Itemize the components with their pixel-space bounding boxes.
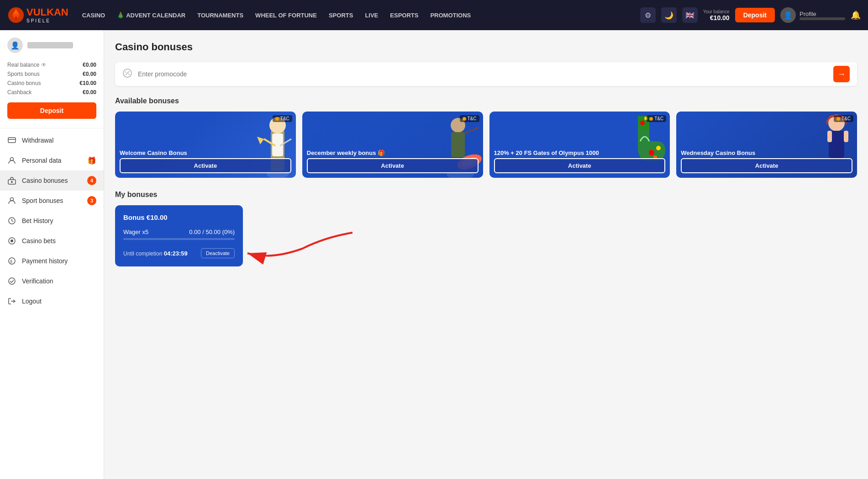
bet-history-label: Bet History — [22, 217, 96, 224]
advent-icon: 🎄 — [117, 12, 124, 19]
sport-bonuses-badge: 3 — [87, 196, 96, 205]
sidebar-item-verification[interactable]: Verification — [0, 271, 104, 291]
notification-icon[interactable]: 🔔 — [851, 10, 861, 20]
profile-block[interactable]: 👤 Profile — [780, 7, 845, 23]
tc-badge-3: T&C — [647, 115, 666, 122]
casino-bonus-value: €10.00 — [79, 80, 96, 86]
nav-tournaments[interactable]: TOURNAMENTS — [193, 8, 248, 22]
bonus-card-welcome: T&C Welcome Casino Bonus Activa — [115, 112, 296, 178]
sidebar-divider — [0, 128, 104, 128]
sidebar-item-casino-bets[interactable]: Casino bets — [0, 231, 104, 251]
payment-history-label: Payment history — [22, 257, 96, 265]
my-bonuses-area: Bonus €10.00 Wager x5 0.00 / 50.00 (0%) … — [115, 205, 857, 266]
sidebar-deposit-button[interactable]: Deposit — [7, 102, 96, 119]
casino-bets-label: Casino bets — [22, 237, 96, 245]
my-bonuses-title: My bonuses — [115, 191, 857, 199]
bet-history-icon — [7, 216, 16, 225]
header-deposit-button[interactable]: Deposit — [735, 8, 775, 22]
sidebar: 👤 Real balance 👁 €0.00 Sports bonus €0.0… — [0, 30, 104, 479]
bonus-cards-grid: T&C Welcome Casino Bonus Activa — [115, 112, 857, 178]
withdrawal-icon — [7, 136, 16, 145]
balance-block: Your balance €10.00 — [703, 9, 730, 21]
promo-icon — [122, 68, 132, 80]
header: VULKAN SPIELE CASINO 🎄 ADVENT CALENDAR T… — [0, 0, 868, 30]
tc-label-2: T&C — [468, 116, 477, 121]
verification-label: Verification — [22, 277, 96, 285]
withdrawal-label: Withdrawal — [22, 137, 96, 144]
bonus-card-wednesday: T&C Wednesday Casino Bonus Activate — [676, 112, 857, 178]
card1-activate-button[interactable]: Activate — [120, 158, 291, 173]
settings-icon[interactable]: ⚙ — [640, 7, 656, 23]
logo-name: VULKAN — [26, 7, 68, 17]
sidebar-item-personal-data[interactable]: Personal data 🎁 — [0, 150, 104, 170]
cashback-label: Cashback — [7, 89, 32, 96]
casino-bets-icon — [7, 236, 16, 245]
sport-bonuses-icon — [7, 196, 16, 205]
nav-advent[interactable]: 🎄 ADVENT CALENDAR — [112, 8, 190, 22]
until-label: Until completion — [123, 250, 162, 257]
active-bonus-card: Bonus €10.00 Wager x5 0.00 / 50.00 (0%) … — [115, 205, 243, 266]
sidebar-avatar: 👤 — [7, 37, 23, 53]
svg-point-12 — [11, 240, 13, 242]
page-layout: 👤 Real balance 👁 €0.00 Sports bonus €0.0… — [0, 30, 868, 479]
svg-point-8 — [11, 181, 13, 183]
deactivate-button[interactable]: Deactivate — [201, 248, 235, 258]
balance-amount: €10.00 — [710, 14, 730, 21]
card1-title: Welcome Casino Bonus — [115, 145, 296, 158]
user-block: 👤 — [0, 37, 104, 60]
nav-live[interactable]: LIVE — [360, 8, 383, 22]
wager-progress: 0.00 / 50.00 (0%) — [189, 229, 235, 235]
real-balance-value: €0.00 — [83, 62, 96, 68]
casino-bonus-label: Casino bonus — [7, 80, 41, 86]
logo-sub: SPIELE — [26, 18, 68, 23]
profile-label: Profile — [800, 11, 845, 17]
promo-input[interactable] — [138, 70, 833, 78]
until-completion: Until completion 04:23:59 — [123, 250, 188, 257]
nav-esports[interactable]: ESPORTS — [385, 8, 423, 22]
logout-label: Logout — [22, 298, 96, 305]
card2-activate-button[interactable]: Activate — [307, 158, 479, 173]
personal-data-label: Personal data — [22, 157, 82, 164]
tc-badge-1: T&C — [273, 115, 292, 122]
nav-sports[interactable]: SPORTS — [324, 8, 358, 22]
casino-bonus-row: Casino bonus €10.00 — [7, 79, 96, 88]
dark-mode-icon[interactable]: 🌙 — [661, 7, 677, 23]
sports-bonus-value: €0.00 — [83, 71, 96, 77]
countdown: 04:23:59 — [164, 250, 188, 257]
nav-casino[interactable]: CASINO — [78, 8, 110, 22]
language-icon[interactable]: 🇬🇧 — [682, 7, 698, 23]
svg-text:$: $ — [10, 259, 12, 264]
sidebar-item-casino-bonuses[interactable]: Casino bonuses 4 — [0, 170, 104, 191]
promo-bar: → — [115, 62, 857, 86]
svg-rect-38 — [827, 131, 832, 142]
svg-rect-4 — [8, 138, 16, 143]
sports-bonus-label: Sports bonus — [7, 71, 40, 77]
sidebar-item-sport-bonuses[interactable]: Sport bonuses 3 — [0, 191, 104, 211]
nav-wheel[interactable]: WHEEL OF FORTUNE — [251, 8, 321, 22]
main-nav: CASINO 🎄 ADVENT CALENDAR TOURNAMENTS WHE… — [78, 8, 631, 22]
wager-label: Wager x5 — [123, 229, 148, 235]
sidebar-item-withdrawal[interactable]: Withdrawal — [0, 130, 104, 150]
balance-rows: Real balance 👁 €0.00 Sports bonus €0.00 … — [0, 60, 104, 102]
promo-submit-button[interactable]: → — [833, 66, 850, 82]
real-balance-label: Real balance — [7, 62, 39, 68]
card3-activate-button[interactable]: Activate — [494, 158, 666, 173]
eye-icon[interactable]: 👁 — [41, 62, 47, 68]
payment-history-icon: $ — [7, 256, 16, 266]
logo-icon — [7, 6, 25, 24]
nav-promotions[interactable]: PROMOTIONS — [426, 8, 475, 22]
svg-rect-39 — [844, 131, 848, 142]
svg-point-31 — [640, 121, 645, 125]
card4-activate-button[interactable]: Activate — [681, 158, 852, 173]
card4-title: Wednesday Casino Bonus — [676, 145, 857, 158]
sidebar-item-payment-history[interactable]: $ Payment history — [0, 251, 104, 271]
profile-progress-bar — [800, 17, 845, 20]
real-balance-row: Real balance 👁 €0.00 — [7, 60, 96, 69]
tc-badge-2: T&C — [460, 115, 479, 122]
logo: VULKAN SPIELE — [7, 6, 68, 24]
logout-icon — [7, 297, 16, 306]
sidebar-item-logout[interactable]: Logout — [0, 291, 104, 311]
svg-line-28 — [465, 128, 479, 133]
sports-bonus-row: Sports bonus €0.00 — [7, 69, 96, 79]
sidebar-item-bet-history[interactable]: Bet History — [0, 211, 104, 231]
